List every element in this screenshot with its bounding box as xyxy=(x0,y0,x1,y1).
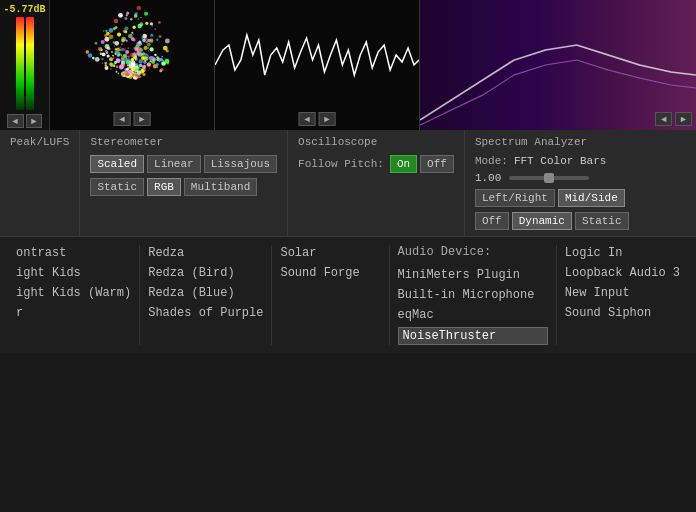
svg-point-120 xyxy=(112,55,113,56)
svg-point-112 xyxy=(128,57,129,58)
svg-point-1 xyxy=(103,30,104,31)
theme-contrast[interactable]: ontrast xyxy=(16,245,131,261)
svg-point-241 xyxy=(142,39,146,43)
btn-static[interactable]: Static xyxy=(90,178,144,196)
svg-point-277 xyxy=(130,18,132,20)
btn-multiband[interactable]: Multiband xyxy=(184,178,257,196)
theme-night-kids-warm[interactable]: ight Kids (Warm) xyxy=(16,285,131,301)
svg-point-110 xyxy=(121,43,123,45)
peak-nav-left[interactable]: ◄ xyxy=(7,114,24,128)
svg-point-263 xyxy=(133,72,135,74)
peak-meter-left xyxy=(16,17,24,110)
svg-point-165 xyxy=(157,66,159,68)
svg-point-134 xyxy=(119,46,121,48)
svg-point-286 xyxy=(125,50,129,54)
svg-point-292 xyxy=(126,60,131,65)
svg-point-98 xyxy=(159,35,162,38)
svg-point-70 xyxy=(121,37,126,42)
btn-scaled[interactable]: Scaled xyxy=(90,155,144,173)
oscilloscope-title: Oscilloscope xyxy=(298,136,454,148)
audio-eqmac[interactable]: eqMac xyxy=(398,307,548,323)
svg-point-233 xyxy=(101,40,105,44)
svg-point-238 xyxy=(138,43,140,45)
theme-r[interactable]: r xyxy=(16,305,131,321)
audio-sound-siphon[interactable]: Sound Siphon xyxy=(565,305,680,321)
svg-point-9 xyxy=(148,50,149,51)
btn-static[interactable]: Static xyxy=(575,212,629,230)
svg-point-69 xyxy=(107,54,110,57)
stereo-nav-left[interactable]: ◄ xyxy=(114,112,131,126)
theme-shades-purple[interactable]: Shades of Purple xyxy=(148,305,263,321)
stereometer-panel: ◄ ► xyxy=(50,0,215,130)
svg-point-86 xyxy=(138,18,139,19)
audio-miniMeters[interactable]: MiniMeters Plugin xyxy=(398,267,548,283)
theme-sound-forge[interactable]: Sound Forge xyxy=(280,265,380,281)
svg-point-281 xyxy=(128,70,133,75)
btn-left-right[interactable]: Left/Right xyxy=(475,189,555,207)
svg-point-166 xyxy=(101,58,103,60)
theme-redza-bird[interactable]: Redza (Bird) xyxy=(148,265,263,281)
peak-nav-right[interactable]: ► xyxy=(26,114,43,128)
svg-point-203 xyxy=(106,32,110,36)
svg-point-212 xyxy=(113,27,116,30)
svg-point-221 xyxy=(147,43,151,47)
audio-new-input[interactable]: New Input xyxy=(565,285,680,301)
spectrum-nav-right[interactable]: ► xyxy=(675,112,692,126)
svg-point-201 xyxy=(100,52,102,54)
svg-point-289 xyxy=(95,58,98,61)
btn-rgb[interactable]: RGB xyxy=(147,178,181,196)
audio-logic-in[interactable]: Logic In xyxy=(565,245,680,261)
follow-pitch-row: Follow Pitch: On Off xyxy=(298,155,454,173)
svg-point-250 xyxy=(95,42,98,45)
spectrum-nav-left[interactable]: ◄ xyxy=(655,112,672,126)
oscilloscope-panel: ◄ ► xyxy=(215,0,420,130)
svg-point-90 xyxy=(115,48,118,51)
svg-point-188 xyxy=(139,59,143,63)
svg-point-260 xyxy=(109,57,113,61)
svg-point-159 xyxy=(105,50,107,52)
theme-redza[interactable]: Redza xyxy=(148,245,263,261)
spectrum-slider-row: 1.00 xyxy=(475,172,686,184)
osc-nav: ◄ ► xyxy=(299,112,336,126)
btn-mid-side[interactable]: Mid/Side xyxy=(558,189,625,207)
osc-nav-left[interactable]: ◄ xyxy=(299,112,316,126)
theme-night-kids[interactable]: ight Kids xyxy=(16,265,131,281)
theme-solar[interactable]: Solar xyxy=(280,245,380,261)
theme-redza-blue[interactable]: Redza (Blue) xyxy=(148,285,263,301)
svg-point-38 xyxy=(144,12,148,16)
svg-point-282 xyxy=(110,68,111,69)
svg-point-157 xyxy=(159,58,163,62)
btn-dynamic[interactable]: Dynamic xyxy=(512,212,572,230)
osc-nav-right[interactable]: ► xyxy=(319,112,336,126)
peak-nav: ◄ ► xyxy=(5,112,45,130)
svg-point-7 xyxy=(104,37,109,42)
svg-point-116 xyxy=(124,26,128,30)
btn-linear[interactable]: Linear xyxy=(147,155,201,173)
peak-lufs-panel: -5.77dB ◄ ► xyxy=(0,0,50,130)
svg-point-249 xyxy=(135,47,139,51)
svg-point-197 xyxy=(156,56,159,59)
spectrum-nav: ◄ ► xyxy=(655,112,692,126)
svg-point-244 xyxy=(135,58,137,60)
svg-point-287 xyxy=(114,46,115,47)
audio-device-col: Audio Device: MiniMeters Plugin Built-in… xyxy=(390,245,557,345)
themes-col2: Redza Redza (Bird) Redza (Blue) Shades o… xyxy=(140,245,272,345)
svg-point-257 xyxy=(142,34,146,38)
audio-builtin-mic[interactable]: Built-in Microphone xyxy=(398,287,548,303)
btn-spec-off[interactable]: Off xyxy=(475,212,509,230)
btn-follow-on[interactable]: On xyxy=(390,155,417,173)
svg-point-255 xyxy=(114,62,116,64)
svg-point-199 xyxy=(136,52,140,56)
audio-noisethruster[interactable]: NoiseThruster xyxy=(398,327,548,345)
stereo-nav-right[interactable]: ► xyxy=(134,112,151,126)
spectrum-slider[interactable] xyxy=(509,176,589,180)
spectrum-title: Spectrum Analyzer xyxy=(475,136,686,148)
btn-follow-off[interactable]: Off xyxy=(420,155,454,173)
svg-point-126 xyxy=(138,40,141,43)
svg-point-103 xyxy=(160,68,163,71)
svg-point-18 xyxy=(118,13,123,18)
spectrum-mode-label: Mode: xyxy=(475,155,508,167)
btn-lissajous[interactable]: Lissajous xyxy=(204,155,277,173)
svg-point-293 xyxy=(166,49,169,52)
audio-loopback[interactable]: Loopback Audio 3 xyxy=(565,265,680,281)
